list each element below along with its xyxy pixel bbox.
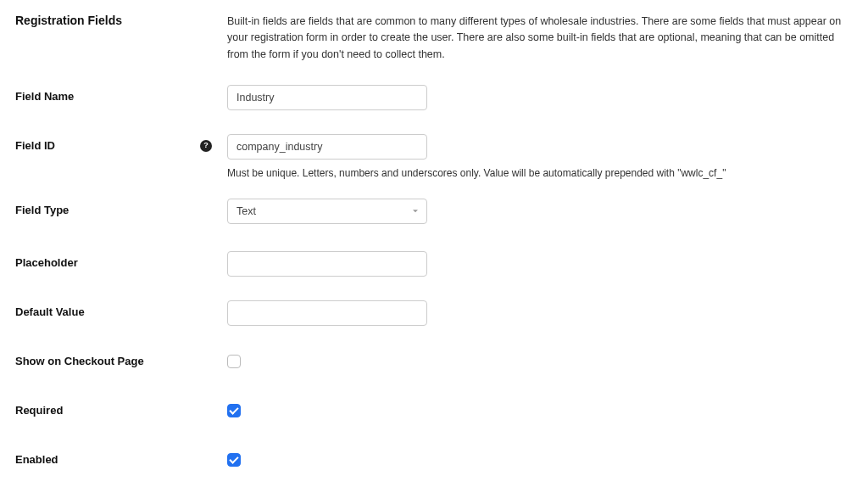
label-field-id: Field ID ?: [15, 134, 227, 152]
label-default-value: Default Value: [15, 300, 227, 318]
label-required: Required: [15, 399, 227, 417]
control-field-id: Must be unique. Letters, numbers and und…: [227, 134, 726, 181]
section-title: Registration Fields: [15, 14, 227, 27]
row-enabled: Enabled: [15, 448, 853, 485]
control-placeholder: [227, 251, 427, 277]
field-name-input[interactable]: [227, 85, 427, 110]
section-description: Built-in fields are fields that are comm…: [227, 14, 853, 63]
field-type-select[interactable]: Text: [227, 199, 427, 224]
row-field-id: Field ID ? Must be unique. Letters, numb…: [15, 134, 853, 181]
label-field-name: Field Name: [15, 85, 227, 103]
required-checkbox[interactable]: [227, 404, 241, 417]
enabled-checkbox[interactable]: [227, 453, 241, 467]
field-id-hint: Must be unique. Letters, numbers and und…: [227, 166, 726, 181]
help-icon[interactable]: ?: [200, 140, 212, 152]
default-value-input[interactable]: [227, 300, 427, 326]
label-placeholder: Placeholder: [15, 251, 227, 269]
row-field-name: Field Name: [15, 85, 853, 122]
control-field-type: Text: [227, 199, 427, 224]
field-id-input[interactable]: [227, 134, 427, 160]
control-default-value: [227, 300, 427, 326]
placeholder-input[interactable]: [227, 251, 427, 277]
label-field-type: Field Type: [15, 199, 227, 216]
control-show-on-checkout: [227, 350, 241, 371]
control-required: [227, 399, 241, 420]
control-enabled: [227, 448, 241, 469]
row-placeholder: Placeholder: [15, 251, 853, 288]
row-show-on-checkout: Show on Checkout Page: [15, 350, 853, 387]
label-enabled: Enabled: [15, 448, 227, 466]
row-default-value: Default Value: [15, 300, 853, 338]
row-field-type: Field Type Text: [15, 199, 853, 236]
control-field-name: [227, 85, 427, 110]
label-show-on-checkout: Show on Checkout Page: [15, 350, 227, 367]
field-type-selected: Text: [236, 205, 256, 217]
section-header: Registration Fields Built-in fields are …: [15, 0, 853, 63]
show-on-checkout-checkbox[interactable]: [227, 355, 241, 368]
row-required: Required: [15, 399, 853, 436]
